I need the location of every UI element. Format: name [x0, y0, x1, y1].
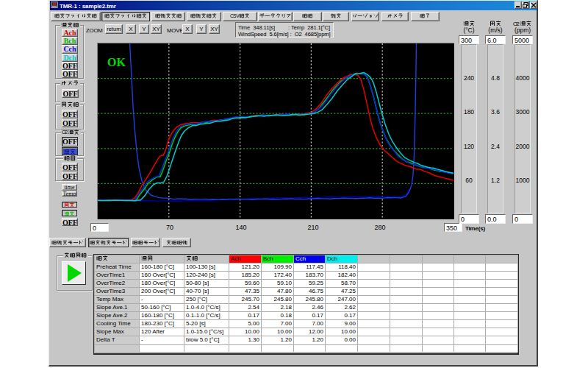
- svg-text:OK: OK: [107, 56, 126, 68]
- svg-text:V: V: [236, 13, 240, 18]
- svg-text:2: 2: [65, 130, 68, 135]
